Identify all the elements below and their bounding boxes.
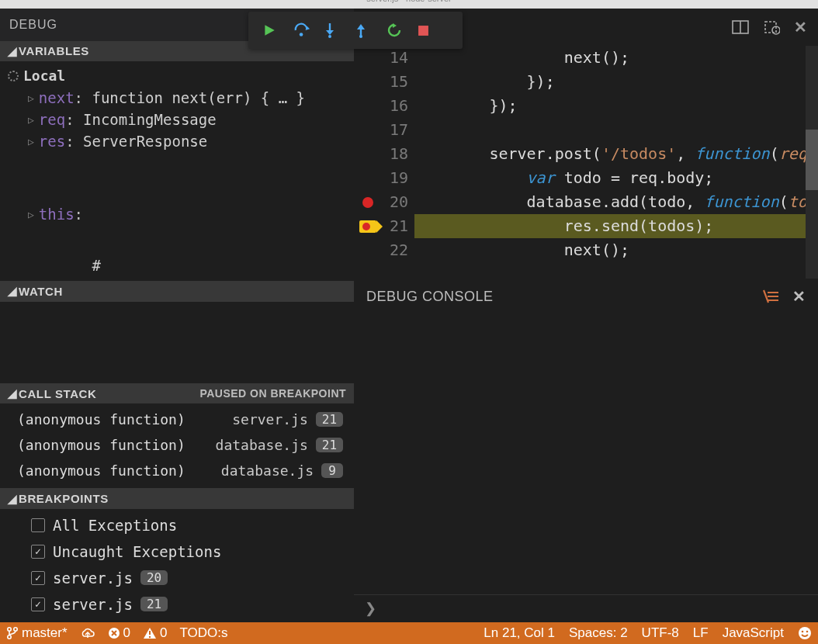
svg-point-21	[14, 628, 17, 631]
svg-marker-0	[265, 25, 274, 36]
breakpoint-label: All Exceptions	[53, 517, 177, 534]
stop-button[interactable]	[418, 25, 449, 36]
status-bar: master* 0 0 TODO:s Ln 21, Col 1 Spaces: …	[0, 622, 818, 644]
svg-marker-4	[326, 30, 334, 35]
watch-section-header[interactable]: ◢ WATCH	[0, 281, 354, 301]
sync-button[interactable]	[80, 627, 95, 639]
code-line[interactable]: next();	[414, 46, 818, 70]
step-into-button[interactable]	[324, 23, 355, 38]
breakpoint-row[interactable]: server.js21	[0, 591, 354, 618]
svg-point-32	[806, 631, 809, 633]
breakpoint-gutter[interactable]	[354, 46, 382, 70]
stack-frame[interactable]: (anonymous function)database.js21	[0, 432, 354, 458]
variable-row[interactable]: ▷res: ServerResponse	[0, 130, 354, 152]
stack-frame-file: database.js	[216, 437, 308, 453]
branch-indicator[interactable]: master*	[6, 625, 68, 641]
breakpoints-section-header[interactable]: ◢ BREAKPOINTS	[0, 488, 354, 508]
close-editor-icon[interactable]: ✕	[794, 18, 807, 36]
breakpoint-label: server.js	[53, 596, 133, 613]
stack-frame-line: 21	[316, 412, 343, 427]
feedback-icon[interactable]	[798, 626, 812, 640]
code-line[interactable]: server.post('/todos', function(req, r	[414, 142, 818, 166]
window-title-bar: server.js - node-server	[0, 0, 818, 9]
encoding-indicator[interactable]: UTF-8	[642, 625, 679, 641]
variable-row[interactable]: ▷req: IncomingMessage	[0, 109, 354, 130]
svg-point-22	[8, 635, 11, 639]
code-editor[interactable]: 141516171819202122 next(); }); }); serve…	[354, 46, 818, 279]
callstack-section-body: (anonymous function)server.js21(anonymou…	[0, 403, 354, 488]
stack-frame-line: 9	[321, 463, 343, 478]
todos-indicator[interactable]: TODO:s	[180, 625, 228, 641]
debug-toolbar	[248, 12, 463, 49]
restart-button[interactable]	[386, 23, 418, 38]
stack-frame[interactable]: (anonymous function)database.js9	[0, 458, 354, 483]
breakpoints-section-label: BREAKPOINTS	[19, 492, 109, 505]
step-over-button[interactable]	[293, 23, 324, 38]
breakpoint-checkbox[interactable]	[31, 545, 45, 559]
breakpoint-checkbox[interactable]	[31, 518, 45, 532]
code-line[interactable]	[414, 118, 818, 142]
window-title: server.js - node-server	[366, 0, 451, 3]
code-line[interactable]: var todo = req.body;	[414, 166, 818, 190]
breakpoint-gutter[interactable]	[354, 142, 382, 166]
breakpoint-checkbox[interactable]	[31, 571, 45, 585]
callstack-section-header[interactable]: ◢ CALL STACK PAUSED ON BREAKPOINT	[0, 383, 354, 403]
warnings-indicator[interactable]: 0	[143, 625, 167, 641]
language-indicator[interactable]: JavaScript	[723, 625, 784, 641]
breakpoint-row[interactable]: server.js20	[0, 565, 354, 591]
variable-value: function next(err) { … }	[92, 89, 305, 106]
debug-title: DEBUG	[9, 18, 57, 32]
variable-row[interactable]: ▷this: #	[0, 152, 354, 276]
breakpoint-gutter[interactable]	[354, 70, 382, 94]
svg-rect-10	[418, 26, 428, 36]
variable-name: this	[39, 206, 75, 223]
variables-section-body: Local ▷next: function next(err) { … }▷re…	[0, 61, 354, 281]
breakpoint-row[interactable]: All Exceptions	[0, 512, 354, 538]
errors-count: 0	[123, 625, 130, 641]
continue-button[interactable]	[262, 23, 293, 37]
variables-scope[interactable]: Local	[0, 64, 354, 87]
clear-console-icon[interactable]	[763, 289, 778, 303]
line-number: 17	[382, 118, 414, 142]
indentation-indicator[interactable]: Spaces: 2	[569, 625, 628, 641]
breakpoint-row[interactable]: Uncaught Exceptions	[0, 538, 354, 565]
code-line[interactable]: next();	[414, 238, 818, 262]
close-panel-icon[interactable]: ✕	[792, 287, 806, 306]
variable-value: IncomingMessage	[83, 111, 217, 128]
breakpoint-gutter[interactable]	[354, 190, 382, 214]
code-line[interactable]: });	[414, 70, 818, 94]
line-number: 22	[382, 238, 414, 262]
variable-row[interactable]: ▷next: function next(err) { … }	[0, 87, 354, 109]
callstack-section-label: CALL STACK	[19, 387, 96, 400]
minimap[interactable]	[806, 46, 818, 279]
chevron-right-icon: ▷	[28, 136, 34, 147]
errors-indicator[interactable]: 0	[108, 625, 130, 641]
debug-console-body[interactable]	[354, 314, 818, 594]
breakpoint-dot-icon	[362, 197, 373, 208]
breakpoint-gutter[interactable]	[354, 94, 382, 118]
git-branch-icon	[6, 626, 19, 640]
error-icon	[108, 627, 120, 639]
svg-point-8	[359, 35, 362, 38]
code-line[interactable]: });	[414, 94, 818, 118]
breakpoint-gutter[interactable]	[354, 238, 382, 262]
eol-indicator[interactable]: LF	[693, 625, 709, 641]
breakpoint-gutter[interactable]	[354, 166, 382, 190]
variable-value: ServerResponse	[83, 133, 207, 150]
code-line[interactable]: database.add(todo, function(todos)	[414, 190, 818, 214]
split-editor-icon[interactable]	[732, 20, 749, 34]
breakpoint-gutter[interactable]	[354, 214, 382, 238]
code-line[interactable]: res.send(todos);	[414, 214, 818, 238]
minimap-thumb[interactable]	[806, 130, 818, 190]
branch-name: master*	[22, 625, 68, 641]
cursor-position[interactable]: Ln 21, Col 1	[484, 625, 555, 641]
breakpoint-checkbox[interactable]	[31, 597, 45, 611]
debug-console-input[interactable]: ❯	[354, 594, 818, 622]
step-out-button[interactable]	[355, 23, 386, 38]
stack-frame[interactable]: (anonymous function)server.js21	[0, 407, 354, 432]
show-opened-editors-icon[interactable]	[763, 19, 780, 35]
chevron-down-icon: ◢	[8, 386, 19, 400]
chevron-down-icon: ◢	[8, 492, 19, 506]
stack-frame-line: 21	[316, 438, 343, 452]
breakpoint-gutter[interactable]	[354, 118, 382, 142]
